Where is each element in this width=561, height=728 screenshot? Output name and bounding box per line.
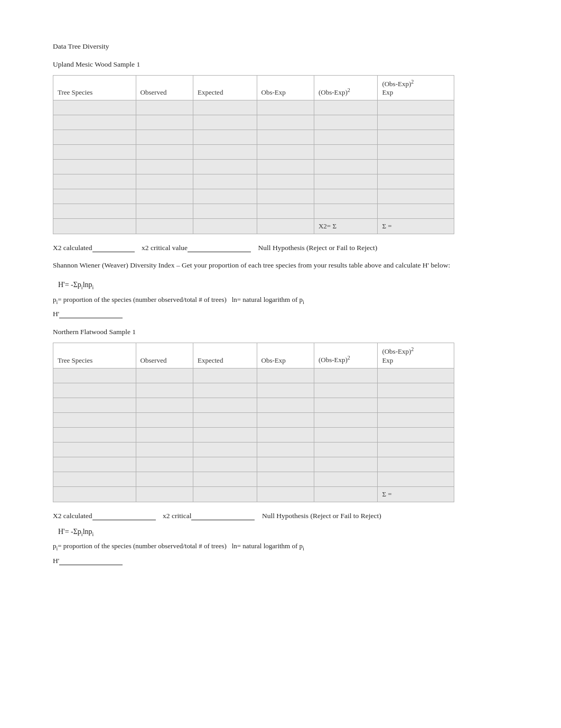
- x2-calc-blank-1: [92, 245, 135, 252]
- th-tree-species-2: Tree Species: [53, 343, 136, 368]
- cell: [136, 398, 193, 412]
- cell: [378, 457, 454, 472]
- cell: [314, 412, 377, 427]
- cell: [193, 145, 257, 160]
- cell: [193, 219, 257, 234]
- cell: [257, 204, 314, 219]
- cell: [53, 160, 136, 174]
- table-row: [53, 100, 454, 115]
- cell: [193, 189, 257, 204]
- th-tree-species-1: Tree Species: [53, 76, 136, 100]
- cell: [53, 442, 136, 457]
- cell: [193, 204, 257, 219]
- cell: [136, 145, 193, 160]
- cell: [53, 383, 136, 398]
- th-obs-exp2-1: (Obs-Exp)2: [314, 76, 377, 100]
- cell: [314, 442, 377, 457]
- cell: [257, 427, 314, 442]
- sample1-title: Upland Mesic Wood Sample 1: [53, 60, 508, 69]
- cell: [136, 204, 193, 219]
- cell: [53, 368, 136, 383]
- sample1-calculated-line: X2 calculated x2 critical value Null Hyp…: [53, 244, 508, 252]
- x2-critical-blank-2: [191, 513, 255, 520]
- cell: [136, 442, 193, 457]
- cell: [257, 219, 314, 234]
- th-observed-2: Observed: [136, 343, 193, 368]
- sample2-calculated-line: X2 calculated x2 critical Null Hypothesi…: [53, 512, 508, 520]
- cell: [193, 100, 257, 115]
- th-obs-exp2-2: (Obs-Exp)2: [314, 343, 377, 368]
- cell: [193, 412, 257, 427]
- cell: [314, 130, 377, 145]
- cell: [257, 398, 314, 412]
- cell: [193, 130, 257, 145]
- cell: [314, 145, 377, 160]
- h-blank-line-1: [59, 311, 123, 318]
- cell: [193, 174, 257, 189]
- cell: [378, 174, 454, 189]
- cell: [53, 100, 136, 115]
- cell: [257, 368, 314, 383]
- cell: [257, 100, 314, 115]
- cell: [136, 486, 193, 502]
- sum-row-1: X2= Σ Σ =: [53, 219, 454, 234]
- cell: [314, 115, 377, 130]
- x2-sum-label-1: X2= Σ: [314, 219, 377, 234]
- cell: [136, 115, 193, 130]
- sum-row-2: Σ =: [53, 486, 454, 502]
- cell: [378, 204, 454, 219]
- cell: [314, 368, 377, 383]
- table-row: [53, 145, 454, 160]
- cell: [193, 160, 257, 174]
- cell: [257, 383, 314, 398]
- cell: [136, 457, 193, 472]
- cell: [136, 427, 193, 442]
- cell: [257, 189, 314, 204]
- th-expected-2: Expected: [193, 343, 257, 368]
- cell: [136, 368, 193, 383]
- cell: [136, 100, 193, 115]
- cell: [53, 189, 136, 204]
- main-title: Data Tree Diversity: [53, 42, 508, 51]
- th-obs-exp2-exp-2: (Obs-Exp)2Exp: [378, 343, 454, 368]
- cell: [193, 383, 257, 398]
- cell: [193, 427, 257, 442]
- sample2-title: Northern Flatwood Sample 1: [53, 328, 508, 336]
- cell: [193, 486, 257, 502]
- shannon-intro-1: Shannon Wiener (Weaver) Diversity Index …: [53, 260, 508, 271]
- cell: [136, 219, 193, 234]
- cell: [378, 472, 454, 486]
- h-blank-line-2: [59, 558, 123, 565]
- cell: [314, 383, 377, 398]
- cell: [314, 174, 377, 189]
- cell: [314, 100, 377, 115]
- cell: [136, 383, 193, 398]
- cell: [193, 472, 257, 486]
- cell: [378, 412, 454, 427]
- cell: [314, 398, 377, 412]
- cell: [378, 100, 454, 115]
- cell: [193, 368, 257, 383]
- cell: [314, 160, 377, 174]
- cell: [53, 174, 136, 189]
- cell: [257, 457, 314, 472]
- cell: [193, 398, 257, 412]
- table-row: [53, 368, 454, 383]
- cell: [136, 189, 193, 204]
- cell: [53, 145, 136, 160]
- cell: [378, 442, 454, 457]
- th-obs-exp2-exp-1: (Obs-Exp)2Exp: [378, 76, 454, 100]
- cell: [136, 130, 193, 145]
- cell: [257, 472, 314, 486]
- cell: [53, 130, 136, 145]
- cell: [257, 130, 314, 145]
- table-row: [53, 115, 454, 130]
- cell: [53, 427, 136, 442]
- table-row: [53, 412, 454, 427]
- pi-description-2: pi= proportion of the species (number ob…: [53, 542, 508, 551]
- cell: [53, 412, 136, 427]
- cell: [136, 160, 193, 174]
- cell: [257, 115, 314, 130]
- cell: [314, 204, 377, 219]
- cell: [193, 442, 257, 457]
